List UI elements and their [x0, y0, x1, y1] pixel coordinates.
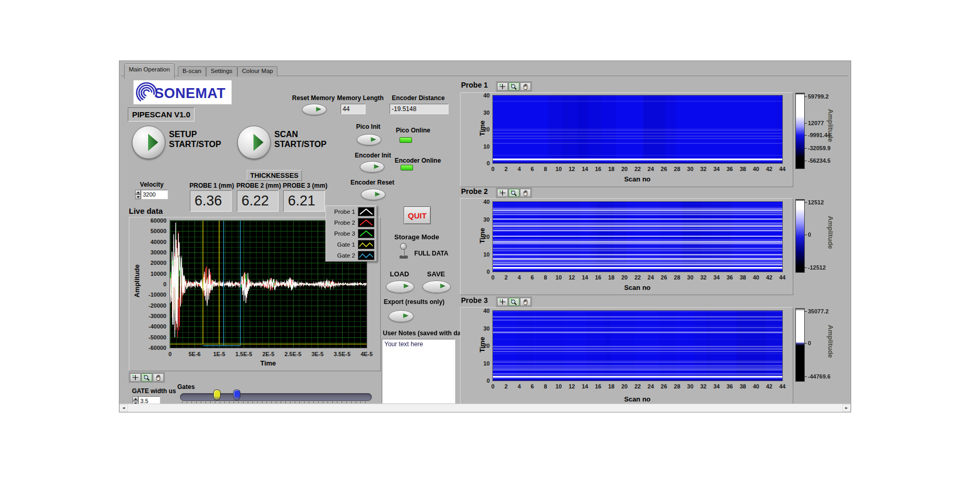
- axis-tick-label: 30: [466, 216, 490, 223]
- storage-mode-label: Storage Mode: [380, 233, 453, 241]
- pan-tool-button[interactable]: [520, 298, 531, 306]
- axis-tick-label: 42: [766, 274, 772, 281]
- axis-tick-label: 0: [466, 378, 490, 384]
- axis-tick-label: 40: [753, 383, 759, 389]
- step-up-icon[interactable]: [135, 190, 141, 194]
- axis-tick-label: 30: [687, 166, 693, 172]
- legend-item[interactable]: Gate 1: [326, 239, 377, 250]
- step-down-icon[interactable]: [135, 194, 141, 199]
- tab-b-scan[interactable]: B-scan: [178, 66, 206, 77]
- axis-tick-label: 12: [568, 166, 575, 172]
- probe2-x-axis-title: Scan no: [622, 284, 653, 291]
- probe3-x-axis: 0246810121416182022242628303234363840424…: [488, 382, 788, 389]
- setup-start-stop-button[interactable]: [132, 126, 165, 159]
- axis-tick-label: 30: [687, 383, 693, 389]
- cursor-tool-button[interactable]: [130, 373, 141, 382]
- axis-tick-label: 0: [491, 383, 494, 389]
- probe1-heatmap-plot: [492, 95, 783, 164]
- encoder-init-button[interactable]: [360, 161, 384, 173]
- probe2-y-axis-title: Time: [478, 228, 486, 244]
- gates-slider-track[interactable]: [180, 393, 372, 401]
- axis-tick-label: 16: [595, 383, 601, 389]
- axis-tick-label: 32: [700, 166, 707, 172]
- cursor-tool-button[interactable]: [497, 189, 508, 197]
- axis-tick-label: 5E-6: [189, 351, 201, 357]
- zoom-tool-button[interactable]: [509, 189, 519, 197]
- setup-start-stop-label: SETUPSTART/STOP: [169, 129, 221, 149]
- legend-item[interactable]: Probe 2: [326, 217, 377, 228]
- axis-tick-label: 4: [517, 383, 521, 389]
- axis-tick-label: 1.5E-5: [235, 351, 252, 357]
- cursor-tool-button[interactable]: [497, 298, 508, 306]
- sonemat-logo-icon: SONEMAT: [134, 80, 232, 104]
- legend-item[interactable]: Probe 1: [326, 206, 377, 217]
- axis-tick-label: -50000: [138, 334, 166, 340]
- zoom-tool-button[interactable]: [141, 373, 152, 382]
- axis-tick-label: 26: [661, 166, 667, 172]
- zoom-tool-button[interactable]: [509, 298, 519, 306]
- gate1-slider-handle[interactable]: [213, 389, 221, 400]
- tab-colour-map[interactable]: Colour Map: [237, 66, 277, 77]
- legend-item[interactable]: Gate 2: [326, 250, 377, 261]
- quit-button[interactable]: QUIT: [404, 206, 431, 224]
- axis-tick-label: 10: [466, 143, 490, 150]
- velocity-field[interactable]: [141, 190, 168, 199]
- colorbar-tick-label: -32059.9: [805, 145, 830, 151]
- axis-tick-label: 28: [674, 166, 680, 172]
- encoder-distance-field[interactable]: [390, 104, 449, 114]
- axis-tick-label: 40: [466, 92, 490, 99]
- probe2-heatmap-plot: [492, 201, 783, 272]
- legend-item[interactable]: Probe 3: [326, 228, 377, 239]
- probe3-graph-palette: [496, 297, 532, 307]
- scan-start-stop-button[interactable]: [237, 126, 271, 159]
- step-up-icon[interactable]: [132, 396, 138, 401]
- reset-memory-button[interactable]: [302, 104, 326, 115]
- axis-tick-label: 14: [582, 274, 588, 281]
- plot-legend[interactable]: Probe 1Probe 2Probe 3Gate 1Gate 2: [325, 205, 377, 262]
- probe1-graph-palette: [496, 81, 532, 92]
- axis-tick-label: 6: [531, 166, 534, 172]
- gate2-slider-handle[interactable]: [233, 389, 240, 400]
- scroll-right-arrow-icon[interactable]: ►: [842, 404, 851, 412]
- user-notes-field[interactable]: Your text here: [382, 339, 455, 404]
- velocity-stepper[interactable]: [135, 190, 141, 199]
- axis-tick-label: 20: [466, 126, 490, 132]
- axis-tick-label: 8: [544, 166, 547, 172]
- save-button[interactable]: [422, 281, 451, 293]
- pan-tool-button[interactable]: [153, 373, 164, 382]
- horizontal-scrollbar[interactable]: ◄ ►: [119, 404, 851, 412]
- tab-settings[interactable]: Settings: [206, 66, 237, 77]
- axis-tick-label: 26: [661, 274, 667, 281]
- zoom-tool-button[interactable]: [509, 82, 519, 91]
- axis-tick-label: 16: [595, 274, 601, 281]
- memory-length-field[interactable]: [341, 104, 366, 114]
- load-button[interactable]: [386, 281, 414, 293]
- legend-line-sample-icon: [358, 218, 374, 227]
- cursor-tool-button[interactable]: [497, 82, 508, 91]
- arrow-icon: [440, 284, 445, 288]
- axis-tick-label: 34: [713, 166, 720, 172]
- axis-tick-label: 4: [517, 274, 521, 281]
- axis-tick-label: 40: [753, 274, 759, 281]
- tab-main-operation[interactable]: Main Operation: [124, 64, 175, 79]
- axis-tick-label: 4: [517, 166, 521, 172]
- axis-tick-label: 12: [568, 274, 575, 281]
- probe1-x-axis-title: Scan no: [622, 175, 653, 183]
- axis-tick-label: 24: [648, 274, 654, 281]
- scroll-left-arrow-icon[interactable]: ◄: [119, 404, 128, 412]
- axis-tick-label: 2E-5: [262, 351, 274, 357]
- export-label: Export (results only): [378, 298, 451, 306]
- axis-tick-label: 2: [504, 383, 507, 389]
- axis-tick-label: 22: [634, 274, 640, 281]
- encoder-reset-button[interactable]: [361, 189, 385, 200]
- play-icon: [253, 133, 264, 152]
- export-button[interactable]: [389, 310, 414, 322]
- app-window: Main Operation B-scan Settings Colour Ma…: [119, 60, 851, 412]
- axis-tick-label: 30: [466, 109, 490, 116]
- pan-tool-button[interactable]: [520, 189, 531, 197]
- axis-tick-label: 34: [713, 274, 720, 281]
- pico-init-button[interactable]: [357, 134, 381, 145]
- pan-tool-button[interactable]: [520, 82, 531, 91]
- colorbar-tick-label: -44769.6: [805, 373, 830, 380]
- sonemat-logo-text: SONEMAT: [154, 86, 226, 101]
